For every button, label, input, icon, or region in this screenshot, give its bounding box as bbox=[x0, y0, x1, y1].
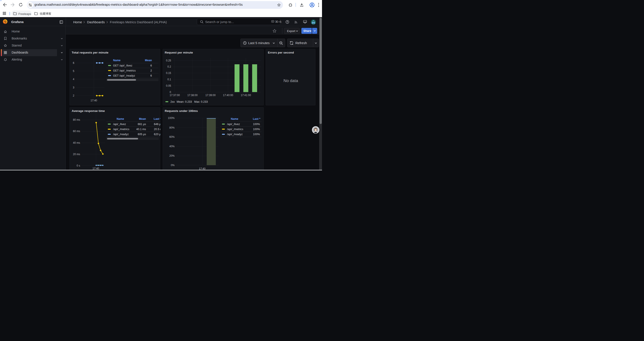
svg-text:100%: 100% bbox=[253, 133, 260, 136]
svg-text:0.1: 0.1 bbox=[167, 78, 171, 81]
svg-text:0.05: 0.05 bbox=[166, 84, 171, 87]
svg-text:80 ms: 80 ms bbox=[73, 118, 80, 121]
svg-text:5: 5 bbox=[73, 70, 74, 73]
svg-text:0: 0 bbox=[170, 91, 171, 94]
svg-text:GET /api/_/metrics: GET /api/_/metrics bbox=[113, 69, 136, 72]
svg-text:20.5 ms: 20.5 ms bbox=[154, 128, 160, 131]
svg-text:17:40:00: 17:40:00 bbox=[223, 94, 233, 97]
svg-text:GET /api/_/readyz: GET /api/_/readyz bbox=[113, 74, 135, 77]
svg-text:0 s: 0 s bbox=[76, 164, 80, 167]
svg-text:Name: Name bbox=[231, 117, 238, 120]
svg-text:17:37:00: 17:37:00 bbox=[170, 94, 180, 97]
svg-text:/api/_/metrics: /api/_/metrics bbox=[113, 128, 129, 131]
svg-text:0%: 0% bbox=[171, 163, 175, 167]
svg-text:Mean: 0.233: Mean: 0.233 bbox=[177, 100, 192, 103]
svg-text:605 µs: 605 µs bbox=[138, 133, 146, 136]
svg-text:100%: 100% bbox=[253, 122, 260, 126]
svg-text:60%: 60% bbox=[169, 135, 174, 138]
svg-text:40.1 ms: 40.1 ms bbox=[136, 128, 146, 131]
svg-text:17:40: 17:40 bbox=[90, 99, 97, 102]
svg-text:0.2: 0.2 bbox=[167, 65, 171, 68]
svg-text:Max: 0.233: Max: 0.233 bbox=[194, 100, 208, 103]
svg-text:20%: 20% bbox=[169, 154, 174, 157]
svg-text:/api/_/livez: /api/_/livez bbox=[113, 122, 126, 126]
svg-text:100%: 100% bbox=[168, 117, 174, 120]
svg-text:2: 2 bbox=[73, 94, 74, 97]
svg-text:17:39:00: 17:39:00 bbox=[205, 94, 216, 97]
svg-text:Mean: Mean bbox=[145, 59, 152, 62]
svg-text:Name: Name bbox=[113, 59, 120, 62]
svg-text:2: 2 bbox=[150, 69, 152, 72]
svg-text:4: 4 bbox=[73, 78, 74, 81]
svg-text:661 µs: 661 µs bbox=[138, 122, 146, 126]
svg-text:60 ms: 60 ms bbox=[73, 130, 80, 133]
svg-text:0.25: 0.25 bbox=[166, 59, 171, 62]
svg-text:40%: 40% bbox=[169, 145, 174, 148]
svg-text:6: 6 bbox=[150, 74, 152, 77]
svg-text:620 µs: 620 µs bbox=[154, 133, 160, 136]
svg-text:Name: Name bbox=[116, 117, 124, 120]
svg-text:6: 6 bbox=[73, 62, 74, 65]
svg-text:/api/_/readyz: /api/_/readyz bbox=[113, 133, 129, 136]
svg-text:646 µs: 646 µs bbox=[154, 122, 160, 126]
svg-text:17:38:00: 17:38:00 bbox=[187, 94, 198, 97]
svg-text:17:41:00: 17:41:00 bbox=[241, 94, 251, 97]
svg-text:/api/_/livez: /api/_/livez bbox=[227, 122, 240, 126]
svg-text:80%: 80% bbox=[169, 126, 174, 129]
svg-text:Last *: Last * bbox=[253, 117, 260, 120]
svg-text:6: 6 bbox=[150, 64, 152, 67]
svg-text:100%: 100% bbox=[253, 128, 260, 131]
svg-text:40 ms: 40 ms bbox=[73, 141, 80, 144]
svg-text:20 ms: 20 ms bbox=[73, 153, 80, 156]
svg-text:2xx: 2xx bbox=[170, 100, 175, 103]
svg-text:3: 3 bbox=[73, 86, 74, 89]
svg-text:Mean: Mean bbox=[139, 117, 146, 120]
svg-text:/api/_/metrics: /api/_/metrics bbox=[227, 128, 243, 131]
svg-text:GET /api/_/livez: GET /api/_/livez bbox=[113, 64, 132, 67]
svg-text:/api/_/readyz: /api/_/readyz bbox=[227, 133, 243, 136]
svg-text:Last *: Last * bbox=[154, 117, 160, 120]
svg-text:0.15: 0.15 bbox=[166, 72, 171, 75]
